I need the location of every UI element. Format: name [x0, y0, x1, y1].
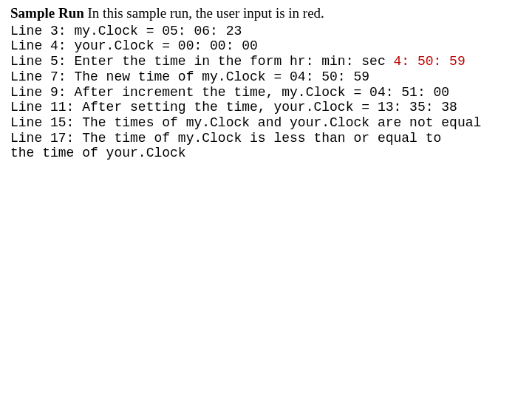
- line-11: Line 11: After setting the time, your.Cl…: [10, 100, 457, 115]
- output-block: Line 3: my.Clock = 05: 06: 23 Line 4: yo…: [10, 24, 522, 161]
- line-5-user-input: 4: 50: 59: [393, 54, 465, 69]
- line-5-prompt: Line 5: Enter the time in the form hr: m…: [10, 54, 393, 69]
- line-7: Line 7: The new time of my.Clock = 04: 5…: [10, 69, 369, 84]
- line-17a: Line 17: The time of my.Clock is less th…: [10, 131, 441, 146]
- line-17b: the time of your.Clock: [10, 146, 186, 160]
- line-15: Line 15: The times of my.Clock and your.…: [10, 115, 481, 130]
- heading-rest: In this sample run, the user input is in…: [84, 5, 324, 21]
- line-4: Line 4: your.Clock = 00: 00: 00: [10, 38, 258, 53]
- line-3: Line 3: my.Clock = 05: 06: 23: [10, 24, 242, 38]
- heading: Sample Run In this sample run, the user …: [10, 4, 522, 22]
- heading-bold: Sample Run: [10, 5, 84, 21]
- line-9: Line 9: After increment the time, my.Clo…: [10, 85, 449, 100]
